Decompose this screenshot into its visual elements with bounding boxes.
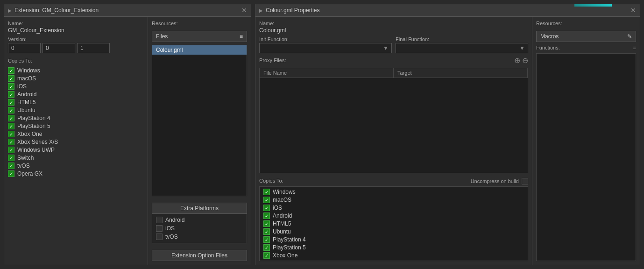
extension-option-files-button[interactable]: Extension Option Files	[152, 250, 247, 261]
list-item[interactable]: Windows UWP	[8, 147, 144, 153]
r-html5-checkbox[interactable]	[263, 220, 270, 227]
version-patch[interactable]	[77, 43, 110, 53]
ps5-checkbox[interactable]	[8, 123, 14, 129]
init-function-label: Init Function:	[259, 36, 392, 42]
right-panel-close[interactable]: ✕	[630, 7, 636, 14]
r-macos-label: macOS	[273, 197, 291, 203]
list-item[interactable]: Xbox Series X/S	[8, 139, 144, 145]
remove-proxy-button[interactable]: ⊖	[522, 56, 528, 65]
ios-checkbox[interactable]	[8, 83, 14, 90]
files-menu-icon: ≡	[240, 33, 243, 40]
right-resources-label: Resources:	[536, 21, 636, 26]
version-minor[interactable]	[42, 43, 75, 53]
r-xboxone-label: Xbox One	[273, 252, 297, 259]
extra-ios-checkbox[interactable]	[156, 225, 163, 232]
final-function-dropdown[interactable]: ▼	[396, 43, 528, 53]
r-android-checkbox[interactable]	[263, 212, 270, 219]
list-item[interactable]: PlayStation 4	[263, 236, 524, 243]
list-item[interactable]: Xbox One	[8, 131, 144, 137]
list-item[interactable]: iOS	[8, 83, 144, 90]
r-ios-checkbox[interactable]	[263, 205, 270, 211]
right-collapse-icon[interactable]: ▶	[259, 8, 263, 13]
right-file-name: Colour.gml	[259, 27, 528, 34]
add-proxy-button[interactable]: ⊕	[514, 56, 520, 65]
list-item[interactable]: Ubuntu	[8, 107, 144, 113]
init-function-dropdown[interactable]: ▼	[259, 43, 392, 53]
r-ps4-checkbox[interactable]	[263, 236, 270, 243]
operagx-checkbox[interactable]	[8, 170, 14, 177]
left-properties-section: Name: GM_Colour_Extension Version: Copie…	[4, 17, 148, 265]
right-sidebar-section: Resources: Macros ✎ Functions: ≡	[532, 17, 640, 265]
ps5-label: PlayStation 5	[17, 123, 50, 129]
r-xboxone-checkbox[interactable]	[263, 252, 270, 259]
list-item[interactable]: tvOS	[8, 163, 144, 169]
uwp-checkbox[interactable]	[8, 147, 14, 153]
right-copies-section: Copies To: Uncompress on build Windows	[259, 178, 528, 261]
xboxone-checkbox[interactable]	[8, 131, 14, 137]
list-item[interactable]: PlayStation 5	[8, 123, 144, 129]
list-item[interactable]: macOS	[8, 75, 144, 82]
functions-header: Functions: ≡	[536, 45, 636, 50]
extra-android-label: Android	[165, 217, 184, 223]
list-item[interactable]: Opera GX	[8, 170, 144, 177]
uncompress-toggle[interactable]	[522, 178, 528, 184]
xboxseries-label: Xbox Series X/S	[17, 139, 58, 145]
r-android-label: Android	[273, 212, 292, 219]
r-windows-label: Windows	[273, 189, 296, 195]
ios-label: iOS	[17, 83, 27, 90]
extra-android-checkbox[interactable]	[156, 217, 163, 223]
uncompress-label: Uncompress on build	[471, 178, 519, 184]
version-major[interactable]	[8, 43, 41, 53]
filename-col-header: File Name	[260, 68, 394, 78]
xboxseries-checkbox[interactable]	[8, 139, 14, 145]
list-item[interactable]: Android	[156, 216, 243, 224]
left-panel-close[interactable]: ✕	[241, 7, 247, 14]
list-item[interactable]: iOS	[156, 224, 243, 233]
list-item[interactable]: HTML5	[8, 99, 144, 106]
extra-platforms-button[interactable]: Extra Platforms	[152, 203, 247, 214]
files-button[interactable]: Files ≡	[152, 31, 247, 42]
html5-checkbox[interactable]	[8, 99, 14, 106]
list-item[interactable]: iOS	[263, 205, 524, 211]
tvos-checkbox[interactable]	[8, 163, 14, 169]
version-label: Version:	[8, 36, 144, 42]
collapse-icon[interactable]: ▶	[8, 8, 12, 13]
extra-tvos-checkbox[interactable]	[156, 234, 163, 240]
list-item[interactable]: Ubuntu	[263, 228, 524, 235]
android-checkbox[interactable]	[8, 91, 14, 98]
copies-to-label: Copies To:	[8, 58, 144, 64]
final-function-field: Final Function: ▼	[396, 36, 528, 53]
r-ps5-label: PlayStation 5	[273, 244, 306, 251]
r-ubuntu-checkbox[interactable]	[263, 228, 270, 235]
switch-checkbox[interactable]	[8, 155, 14, 161]
left-panel: ▶ Extension: GM_Colour_Extension ✕ Name:…	[4, 4, 251, 265]
list-item[interactable]: Windows	[8, 67, 144, 74]
macros-edit-icon[interactable]: ✎	[627, 33, 632, 40]
list-item[interactable]: Xbox One	[263, 252, 524, 259]
windows-checkbox[interactable]	[8, 67, 14, 74]
list-item[interactable]: Android	[8, 91, 144, 98]
windows-label: Windows	[17, 67, 40, 74]
functions-label: Functions:	[536, 45, 560, 50]
xboxone-label: Xbox One	[17, 131, 42, 137]
macos-checkbox[interactable]	[8, 75, 14, 82]
file-item[interactable]: Colour.gml	[152, 45, 247, 55]
list-item[interactable]: Windows	[263, 189, 524, 195]
name-label: Name:	[8, 21, 144, 26]
ps4-checkbox[interactable]	[8, 115, 14, 121]
ubuntu-checkbox[interactable]	[8, 107, 14, 113]
list-item[interactable]: PlayStation 5	[263, 244, 524, 251]
ubuntu-label: Ubuntu	[17, 107, 35, 113]
list-item[interactable]: Android	[263, 212, 524, 219]
extension-name: GM_Colour_Extension	[8, 27, 144, 34]
r-windows-checkbox[interactable]	[263, 189, 270, 195]
list-item[interactable]: tvOS	[156, 233, 243, 241]
list-item[interactable]: Switch	[8, 155, 144, 161]
list-item[interactable]: HTML5	[263, 220, 524, 227]
functions-menu-icon[interactable]: ≡	[633, 45, 636, 50]
list-item[interactable]: macOS	[263, 197, 524, 203]
list-item[interactable]: PlayStation 4	[8, 115, 144, 121]
r-ps5-checkbox[interactable]	[263, 244, 270, 251]
macros-button[interactable]: Macros ✎	[536, 31, 636, 42]
r-macos-checkbox[interactable]	[263, 197, 270, 203]
